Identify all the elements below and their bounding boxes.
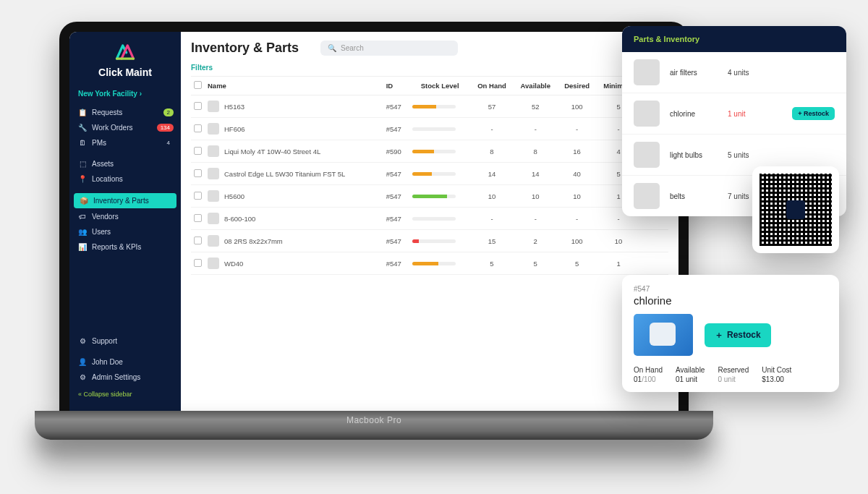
table-row[interactable]: H5163#54757521005 bbox=[191, 95, 668, 118]
table-row[interactable]: WD40#5475551 bbox=[191, 252, 668, 275]
stock-level-bar bbox=[412, 239, 456, 243]
row-checkbox[interactable] bbox=[194, 102, 202, 110]
sidebar-item-support[interactable]: ⚙Support bbox=[69, 333, 181, 349]
part-name: H5600 bbox=[224, 192, 244, 200]
sidebar-item-user[interactable]: 👤John Doe bbox=[69, 354, 181, 370]
row-checkbox[interactable] bbox=[194, 192, 202, 200]
stock-level-bar bbox=[412, 217, 456, 221]
nav-icon: ⬚ bbox=[78, 160, 87, 168]
part-detail-card: #547 chlorine ＋Restock On Hand 01/100 Av… bbox=[622, 275, 839, 392]
cell-price bbox=[641, 252, 668, 275]
part-name: chlorine bbox=[634, 294, 827, 307]
cell-desired: 100 bbox=[558, 95, 596, 118]
table-row[interactable]: H5600#5471010101$2,0 bbox=[191, 185, 668, 208]
sidebar-item-admin[interactable]: ⚙Admin Settings bbox=[69, 370, 181, 385]
nav-icon: 🏷 bbox=[78, 213, 87, 221]
part-thumb bbox=[634, 183, 660, 209]
nav-label: Requests bbox=[92, 108, 122, 116]
select-all-checkbox[interactable] bbox=[194, 81, 202, 89]
part-units: 5 units bbox=[728, 151, 760, 159]
brand-logo-icon bbox=[113, 42, 137, 62]
stock-level-bar bbox=[412, 150, 456, 153]
part-thumb bbox=[634, 59, 660, 85]
search-input[interactable]: 🔍 Search bbox=[320, 41, 458, 56]
search-icon: 🔍 bbox=[328, 44, 336, 52]
row-checkbox[interactable] bbox=[194, 237, 202, 244]
cell-minimum: 10 bbox=[596, 230, 641, 252]
col-desired[interactable]: Desired bbox=[558, 77, 596, 95]
table-row[interactable]: 8-600-100#547---- bbox=[191, 208, 668, 230]
col-on-hand[interactable]: On Hand bbox=[470, 77, 513, 95]
nav-icon: 📍 bbox=[78, 175, 87, 183]
part-name: chlorine bbox=[670, 110, 718, 118]
table-row[interactable]: 08 2RS 8x22x7mm#54715210010 bbox=[191, 230, 668, 252]
part-name: belts bbox=[670, 192, 718, 200]
inventory-table: NameIDStock LevelOn HandAvailableDesired… bbox=[191, 76, 668, 275]
col-stock-level[interactable]: Stock Level bbox=[409, 77, 471, 95]
part-name: 08 2RS 8x22x7mm bbox=[224, 237, 283, 245]
table-row[interactable]: Liqui Moly 4T 10W-40 Street 4L#59088164 bbox=[191, 140, 668, 163]
row-checkbox[interactable] bbox=[194, 124, 202, 132]
row-checkbox[interactable] bbox=[194, 214, 202, 222]
part-name: Castrol Edge LL 5W30 Titanium FST 5L bbox=[224, 170, 345, 178]
sidebar-item-users[interactable]: 👥Users bbox=[69, 224, 181, 239]
panel-row[interactable]: air filters4 units bbox=[622, 52, 846, 93]
nav-icon: 📋 bbox=[78, 108, 87, 116]
stock-level-bar bbox=[412, 172, 456, 176]
cell-on-hand: 10 bbox=[470, 185, 513, 208]
restock-button[interactable]: ＋Restock bbox=[705, 323, 771, 347]
nav-badge: 2 bbox=[163, 108, 174, 116]
part-name: air filters bbox=[670, 69, 718, 77]
col-name[interactable]: Name bbox=[205, 77, 383, 95]
nav-label: Assets bbox=[92, 160, 114, 168]
cell-on-hand: 14 bbox=[470, 163, 513, 185]
stock-level-bar bbox=[412, 127, 456, 131]
part-thumb bbox=[634, 101, 660, 127]
table-row[interactable]: Castrol Edge LL 5W30 Titanium FST 5L#547… bbox=[191, 163, 668, 185]
sidebar-item-vendors[interactable]: 🏷Vendors bbox=[69, 209, 181, 224]
sidebar-item-work-orders[interactable]: 🔧Work Orders134 bbox=[69, 120, 181, 135]
part-thumb bbox=[208, 123, 219, 135]
part-units: 4 units bbox=[728, 69, 760, 77]
cell-desired: 10 bbox=[558, 185, 596, 208]
restock-button[interactable]: + Restock bbox=[792, 107, 835, 120]
sidebar-item-reports-kpis[interactable]: 📊Reports & KPIs bbox=[69, 239, 181, 255]
nav: 📋Requests2🔧Work Orders134🗓PMs4⬚Assets📍Lo… bbox=[69, 105, 181, 328]
row-checkbox[interactable] bbox=[194, 259, 202, 267]
cell-available: - bbox=[514, 118, 558, 140]
row-checkbox[interactable] bbox=[194, 169, 202, 177]
facility-selector[interactable]: New York Facility › bbox=[69, 85, 181, 105]
row-checkbox[interactable] bbox=[194, 147, 202, 155]
sidebar-item-pms[interactable]: 🗓PMs4 bbox=[69, 135, 181, 150]
part-thumb bbox=[208, 101, 219, 112]
part-thumb bbox=[208, 235, 219, 247]
cell-on-hand: 5 bbox=[470, 252, 513, 275]
sidebar: Click Maint New York Facility › 📋Request… bbox=[69, 32, 181, 411]
stat-reserved: Reserved 0 unit bbox=[718, 366, 749, 383]
sidebar-item-locations[interactable]: 📍Locations bbox=[69, 171, 181, 187]
page-title: Inventory & Parts bbox=[191, 41, 299, 56]
sidebar-item-requests[interactable]: 📋Requests2 bbox=[69, 105, 181, 120]
nav-icon: 🔧 bbox=[78, 124, 87, 132]
cell-available: 14 bbox=[514, 163, 558, 185]
part-image bbox=[634, 314, 693, 356]
col-available[interactable]: Available bbox=[514, 77, 558, 95]
cell-available: 2 bbox=[514, 230, 558, 252]
col-id[interactable]: ID bbox=[383, 77, 409, 95]
nav-label: Inventory & Parts bbox=[93, 197, 149, 205]
nav-label: Reports & KPIs bbox=[92, 243, 141, 251]
collapse-sidebar[interactable]: « Collapse sidebar bbox=[69, 385, 181, 404]
sidebar-item-assets[interactable]: ⬚Assets bbox=[69, 156, 181, 171]
panel-row[interactable]: chlorine1 unit+ Restock bbox=[622, 93, 846, 135]
cell-id: #547 bbox=[383, 208, 409, 230]
table-row[interactable]: HF606#547---- bbox=[191, 118, 668, 140]
brand: Click Maint bbox=[69, 39, 181, 85]
nav-label: Locations bbox=[92, 175, 123, 183]
filters-link[interactable]: Filters bbox=[191, 64, 213, 72]
part-thumb bbox=[634, 142, 660, 168]
stat-on-hand: On Hand 01/100 bbox=[634, 366, 663, 383]
cell-on-hand: - bbox=[470, 208, 513, 230]
cell-desired: - bbox=[558, 208, 596, 230]
cell-available: 52 bbox=[514, 95, 558, 118]
sidebar-item-inventory-parts[interactable]: 📦Inventory & Parts bbox=[74, 193, 176, 208]
